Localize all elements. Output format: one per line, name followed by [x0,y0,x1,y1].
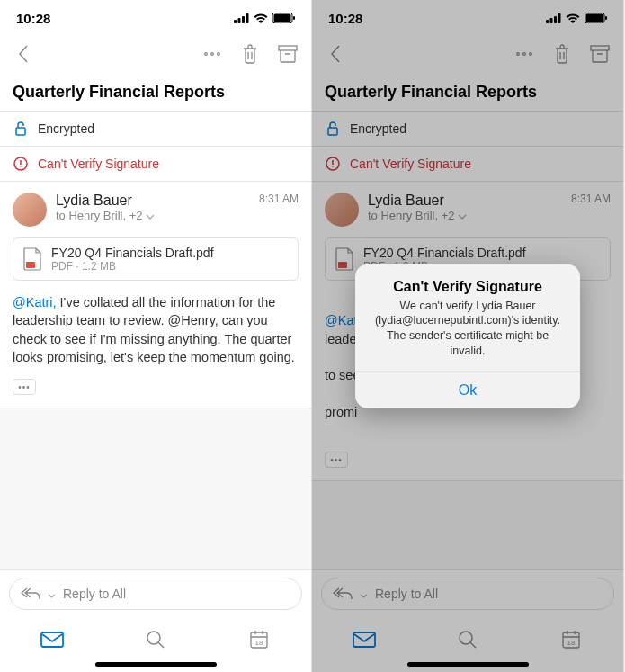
search-tab[interactable] [144,628,167,651]
svg-point-8 [211,53,214,56]
bottom-nav: 18 [0,617,311,662]
mention[interactable]: @Katri, [13,295,57,309]
message-time: 8:31 AM [571,193,611,205]
status-time: 10:28 [16,11,50,26]
battery-icon [272,13,295,23]
reply-placeholder: Reply to All [63,587,126,601]
svg-rect-11 [16,128,25,135]
reply-bar: Reply to All [312,569,623,617]
svg-rect-18 [546,20,549,23]
sender-name: Lydia Bauer [368,193,611,209]
status-right [546,13,607,23]
svg-rect-2 [242,16,245,23]
encrypted-banner[interactable]: Encrypted [312,112,623,147]
status-time: 10:28 [328,11,362,26]
recipients[interactable]: to Henry Brill, +2 [368,209,611,222]
svg-rect-28 [591,46,609,50]
attachment-chip[interactable]: FY20 Q4 Financials Draft.pdf PDF · 1.2 M… [13,237,299,281]
warning-icon [13,156,29,172]
attachment-name: FY20 Q4 Financials Draft.pdf [363,246,526,260]
trash-icon[interactable] [551,43,573,65]
svg-point-7 [205,53,208,56]
lock-icon [325,121,341,137]
svg-point-27 [530,53,532,56]
svg-rect-32 [353,632,375,647]
reply-bar: Reply to All [0,569,311,617]
attachment-meta: PDF · 1.2 MB [51,260,214,273]
wifi-icon [254,13,268,23]
dialog-title: Can't Verify Signature [370,278,566,294]
phone-left: 10:28 Quarterly Financial Reports [0,0,312,672]
status-bar: 10:28 [312,0,623,36]
svg-rect-21 [558,13,561,23]
signal-icon [234,13,249,23]
svg-point-33 [460,632,472,644]
reply-all-icon [21,587,40,600]
avatar[interactable] [13,193,47,227]
svg-point-26 [523,53,526,56]
svg-rect-20 [554,16,557,23]
svg-point-9 [218,53,220,56]
svg-point-30 [326,157,339,170]
svg-rect-13 [26,262,35,268]
message-body: @Katri, I've collated all the informatio… [0,290,311,379]
trash-icon[interactable] [239,43,261,65]
back-button[interactable] [325,43,346,65]
more-icon[interactable] [201,43,223,65]
svg-rect-14 [41,632,63,647]
signal-icon [546,13,561,23]
svg-point-25 [517,53,520,56]
svg-rect-24 [605,16,607,20]
mail-tab[interactable] [353,628,376,651]
svg-rect-31 [338,262,347,268]
chevron-down-icon [48,587,56,601]
search-tab[interactable] [456,628,479,651]
svg-rect-34 [563,632,579,648]
status-bar: 10:28 [0,0,311,36]
avatar[interactable] [325,193,359,227]
home-indicator[interactable] [407,662,529,667]
signature-warning-banner[interactable]: Can't Verify Signature [0,147,311,182]
warning-label: Can't Verify Signature [38,157,159,171]
recipients[interactable]: to Henry Brill, +2 [56,209,299,222]
more-icon[interactable] [513,43,535,65]
svg-rect-19 [550,18,553,23]
svg-rect-10 [279,46,297,50]
recipients-text: to Henry Brill, +2 [368,209,454,222]
spacer [0,408,311,569]
back-button[interactable] [13,43,34,65]
subject: Quarterly Financial Reports [0,72,311,112]
encrypted-label: Encrypted [350,121,406,136]
mail-tab[interactable] [40,628,64,651]
expand-icon[interactable]: ••• [325,452,348,468]
bottom-nav: 18 [312,617,623,662]
calendar-tab[interactable]: 18 [559,628,583,651]
action-bar [312,36,623,72]
encrypted-banner[interactable]: Encrypted [0,112,311,147]
dialog-message: We can't verify Lydia Bauer (lydia@lucer… [370,298,566,359]
message-header: Lydia Bauer to Henry Brill, +2 8:31 AM [0,182,311,232]
message-header: Lydia Bauer to Henry Brill, +2 8:31 AM [312,182,623,232]
message-time: 8:31 AM [259,193,299,205]
wifi-icon [566,13,580,23]
home-indicator[interactable] [95,662,217,667]
reply-input[interactable]: Reply to All [321,578,614,610]
expand-icon[interactable]: ••• [13,379,36,395]
signature-warning-banner[interactable]: Can't Verify Signature [312,147,623,182]
action-bar [0,36,311,72]
svg-rect-1 [238,18,241,23]
svg-rect-5 [274,14,291,22]
pdf-icon [22,247,42,271]
pdf-icon [335,247,354,271]
ok-button[interactable]: Ok [355,372,580,408]
archive-icon[interactable] [589,43,611,65]
spacer [312,480,623,569]
calendar-tab[interactable]: 18 [247,628,271,651]
reply-input[interactable]: Reply to All [9,578,302,610]
battery-icon [585,13,607,23]
chevron-down-icon [360,587,368,601]
svg-rect-22 [585,13,604,23]
reply-all-icon [333,587,353,600]
recipients-text: to Henry Brill, +2 [56,209,142,222]
archive-icon[interactable] [277,43,299,65]
